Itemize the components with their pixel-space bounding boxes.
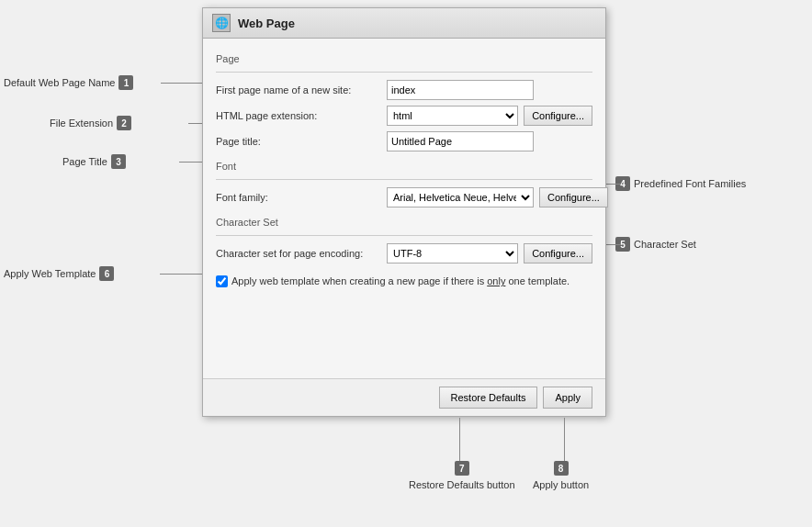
charset-configure-btn[interactable]: Configure...	[524, 243, 592, 264]
bottom-annotation-8: 8 Apply button	[533, 461, 589, 490]
html-extension-select[interactable]: html htm php	[387, 106, 518, 126]
annotation-label-4: Predefined Font Families	[634, 178, 746, 189]
dialog-icon: 🌐	[212, 14, 231, 32]
apply-button[interactable]: Apply	[543, 387, 592, 409]
dialog-titlebar: 🌐 Web Page	[203, 8, 605, 39]
font-family-select[interactable]: Arial, Helvetica Neue, Helvetica, sans-s…	[387, 187, 534, 207]
page-title-label: Page title:	[216, 136, 381, 147]
charset-section-label: Character Set	[216, 217, 592, 228]
html-extension-label: HTML page extension:	[216, 110, 381, 121]
annotation-label: Default Web Page Name	[4, 77, 115, 88]
apply-template-label: Apply web template when creating a new p…	[231, 275, 570, 288]
html-extension-row: HTML page extension: html htm php Config…	[216, 106, 592, 126]
callout-line-4	[606, 184, 621, 185]
annotation-badge-7: 7	[455, 461, 469, 476]
annotation-2: File Extension 2	[50, 116, 131, 130]
dialog-body: Page First page name of a new site: HTML…	[203, 39, 605, 305]
font-family-row: Font family: Arial, Helvetica Neue, Helv…	[216, 187, 592, 207]
page-section-divider	[216, 72, 592, 73]
dialog-title: Web Page	[238, 17, 295, 30]
first-page-name-row: First page name of a new site:	[216, 80, 592, 100]
first-page-name-label: First page name of a new site:	[216, 84, 381, 95]
font-family-configure-btn[interactable]: Configure...	[539, 187, 608, 207]
annotation-badge-2: 2	[117, 116, 131, 130]
annotation-badge-1: 1	[118, 75, 133, 90]
charset-section-divider	[216, 235, 592, 236]
callout-vline-8	[564, 418, 565, 464]
annotation-badge-6: 6	[99, 266, 114, 281]
annotation-label-7: Restore Defaults button	[409, 479, 515, 490]
annotation-3: Page Title 3	[62, 154, 126, 169]
font-section-divider	[216, 179, 592, 180]
html-extension-configure-btn[interactable]: Configure...	[524, 106, 592, 126]
charset-label: Character set for page encoding:	[216, 248, 381, 259]
apply-template-row: Apply web template when creating a new p…	[216, 275, 592, 288]
apply-template-checkbox[interactable]	[216, 275, 228, 287]
font-section-label: Font	[216, 161, 592, 172]
annotation-badge-3: 3	[111, 154, 126, 169]
annotation-5: 5 Character Set	[615, 237, 808, 252]
page-section-label: Page	[216, 53, 592, 64]
dialog-footer: Restore Defaults Apply	[203, 378, 605, 416]
annotation-label-8: Apply button	[533, 479, 589, 490]
charset-select[interactable]: UTF-8 ISO-8859-1 windows-1252	[387, 243, 518, 264]
first-page-name-input[interactable]	[387, 80, 534, 100]
page-title-input[interactable]	[387, 131, 534, 151]
page-title-row: Page title:	[216, 131, 592, 151]
annotation-6: Apply Web Template 6	[4, 266, 114, 281]
only-text: only	[487, 275, 505, 286]
charset-row: Character set for page encoding: UTF-8 I…	[216, 243, 592, 264]
annotation-4: 4 Predefined Font Families	[615, 176, 808, 191]
annotation-label: Page Title	[62, 156, 107, 167]
web-page-dialog: 🌐 Web Page Page First page name of a new…	[202, 7, 606, 417]
font-family-label: Font family:	[216, 192, 381, 203]
dialog-icon-glyph: 🌐	[215, 17, 229, 29]
bottom-annotation-7: 7 Restore Defaults button	[409, 461, 515, 490]
annotation-label: Apply Web Template	[4, 268, 96, 279]
restore-defaults-button[interactable]: Restore Defaults	[439, 387, 538, 409]
annotation-1: Default Web Page Name 1	[4, 75, 133, 90]
annotation-label: File Extension	[50, 118, 113, 129]
annotation-label-5: Character Set	[634, 239, 696, 250]
callout-vline-7	[459, 418, 460, 464]
callout-line-5	[606, 244, 621, 245]
annotation-badge-8: 8	[554, 461, 569, 476]
